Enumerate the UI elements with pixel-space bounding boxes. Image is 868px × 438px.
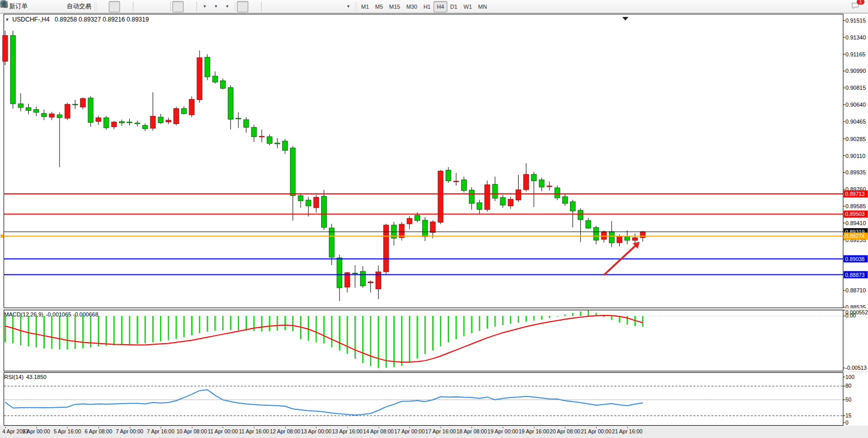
toolbar-grip: [233, 2, 236, 11]
arrows-tool[interactable]: ▼: [342, 1, 353, 12]
timeframe-group: M1M5M15M30H1H4D1W1MN: [358, 1, 490, 12]
text-label-tool[interactable]: T: [331, 1, 342, 12]
time-label: 5 Apr 00:00: [23, 428, 50, 434]
svg-text:100: 100: [845, 374, 855, 380]
new-order-label: 新订单: [9, 2, 28, 11]
time-label: 19 Apr 16:00: [519, 428, 549, 434]
svg-text:0.90285: 0.90285: [845, 136, 866, 142]
svg-text:0.89503: 0.89503: [845, 211, 865, 217]
timeframe-M30[interactable]: M30: [403, 1, 420, 12]
svg-text:0.88873: 0.88873: [845, 272, 865, 278]
tile-windows-button[interactable]: [157, 1, 169, 12]
timeframe-D1[interactable]: D1: [447, 1, 461, 12]
line-chart-button[interactable]: [120, 1, 131, 12]
svg-text:0.90110: 0.90110: [845, 153, 865, 159]
svg-text:0.90640: 0.90640: [845, 102, 866, 108]
collapse-triangle-icon[interactable]: ▼: [5, 17, 9, 22]
bar-chart-button[interactable]: [97, 1, 109, 12]
svg-text:0.91515: 0.91515: [845, 17, 866, 24]
toolbar-separator: [261, 2, 262, 11]
symbol-period-label: USDCHF-,H4: [12, 16, 50, 23]
new-order-button[interactable]: 新订单: [6, 1, 29, 12]
timeframe-MN[interactable]: MN: [475, 1, 490, 12]
candlestick-chart-button[interactable]: [109, 1, 120, 12]
time-label: 7 Apr 16:00: [147, 428, 174, 434]
candlestick-chart[interactable]: 0.915150.913400.911650.909900.908150.906…: [0, 14, 868, 308]
auto-scroll-button[interactable]: [172, 1, 184, 12]
text-tool[interactable]: A: [320, 1, 331, 12]
svg-text:0.00: 0.00: [845, 312, 856, 318]
time-label: 14 Apr 08:00: [363, 428, 394, 434]
rsi-panel[interactable]: RSI(14)43.1850 1008050150: [0, 372, 868, 426]
vertical-line-tool[interactable]: [263, 1, 274, 12]
macd-values: -0.001065 -0.000668: [46, 311, 98, 317]
fibonacci-tool[interactable]: F: [308, 1, 320, 12]
chart-shift-button[interactable]: [184, 1, 195, 12]
zoom-in-button[interactable]: [135, 1, 146, 12]
svg-text:0.89585: 0.89585: [845, 203, 866, 209]
notifications-button[interactable]: 1: [851, 1, 862, 12]
ohlc-values: 0.89258 0.89327 0.89216 0.89319: [55, 16, 149, 23]
svg-text:50: 50: [845, 396, 852, 403]
main-chart-panel[interactable]: ▼ USDCHF-,H4 0.89258 0.89327 0.89216 0.8…: [0, 14, 868, 308]
time-label: 19 Apr 00:00: [487, 428, 518, 434]
svg-text:0.89713: 0.89713: [845, 191, 865, 197]
timeframe-H4[interactable]: H4: [433, 1, 447, 12]
timeframe-M15[interactable]: M15: [386, 1, 403, 12]
toolbar-grip: [354, 2, 357, 11]
svg-text:80: 80: [845, 383, 852, 389]
templates-button[interactable]: ▼: [221, 1, 232, 12]
chart-title: ▼ USDCHF-,H4 0.89258 0.89327 0.89216 0.8…: [5, 16, 149, 23]
timeframe-W1[interactable]: W1: [461, 1, 476, 12]
channel-tool[interactable]: E: [297, 1, 308, 12]
toolbar-right: 1: [836, 1, 867, 12]
svg-text:0.89274: 0.89274: [845, 233, 865, 239]
toolbar: 新订单 自动交易: [0, 0, 868, 13]
toolbar-grip: [94, 2, 96, 11]
search-icon: [0, 0, 8, 8]
rsi-value: 43.1850: [26, 374, 47, 380]
time-axis[interactable]: 4 Apr 20235 Apr 00:005 Apr 16:006 Apr 08…: [0, 427, 868, 435]
macd-panel[interactable]: MACD(12,26,9)-0.001065 -0.000668 0.00055…: [0, 310, 868, 371]
sound-button[interactable]: [52, 1, 63, 12]
dropdown-arrow-icon: ▼: [203, 4, 207, 9]
time-label: 11 Apr 00:00: [208, 428, 238, 434]
autotrading-label: 自动交易: [67, 2, 91, 11]
svg-text:0.91340: 0.91340: [845, 34, 866, 41]
svg-text:0: 0: [845, 420, 849, 426]
time-label: 7 Apr 00:00: [116, 428, 144, 434]
time-label: 20 Apr 08:00: [550, 428, 581, 434]
zoom-out-button[interactable]: [146, 1, 157, 12]
rsi-label: RSI(14)43.1850: [4, 374, 47, 380]
autotrading-button[interactable]: 自动交易: [63, 1, 93, 12]
timeframe-M1[interactable]: M1: [358, 1, 372, 12]
metaeditor-button[interactable]: [41, 1, 52, 12]
time-label: 21 Apr 16:00: [612, 428, 643, 434]
trendline-tool[interactable]: [286, 1, 297, 12]
toolbar-separator: [133, 2, 133, 11]
horizontal-line-tool[interactable]: [274, 1, 286, 12]
macd-chart: 0.0005520.00-0.00513: [0, 310, 868, 371]
svg-text:0.89038: 0.89038: [845, 256, 865, 262]
search-button[interactable]: [836, 1, 847, 12]
market-watch-button[interactable]: [29, 1, 41, 12]
svg-text:15: 15: [845, 412, 852, 419]
timeframe-H1[interactable]: H1: [420, 1, 433, 12]
svg-text:0.89410: 0.89410: [845, 220, 866, 226]
indicators-button[interactable]: ▼: [199, 1, 210, 12]
periods-button[interactable]: ▼: [210, 1, 221, 12]
timeframe-M5[interactable]: M5: [372, 1, 386, 12]
time-label: 13 Apr 00:00: [301, 428, 332, 434]
dropdown-arrow-icon: ▼: [346, 4, 350, 9]
svg-text:0.90465: 0.90465: [845, 118, 866, 125]
toolbar-separator: [196, 2, 197, 11]
cursor-tool-button[interactable]: [237, 1, 248, 12]
dropdown-arrow-icon: ▼: [214, 4, 218, 9]
time-label: 17 Apr 00:00: [394, 428, 425, 434]
crosshair-tool-button[interactable]: [248, 1, 260, 12]
svg-text:-0.00513: -0.00513: [845, 365, 867, 371]
svg-text:0.91165: 0.91165: [845, 51, 865, 57]
notification-badge: 1: [857, 0, 864, 5]
svg-text:0.89935: 0.89935: [845, 169, 866, 175]
time-label: 5 Apr 16:00: [53, 428, 81, 434]
